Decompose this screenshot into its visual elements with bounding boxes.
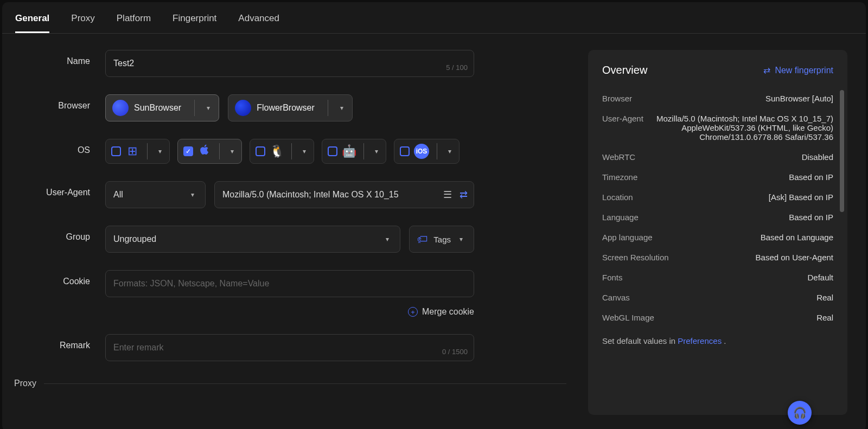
overview-value: Real	[816, 293, 833, 302]
tab-advanced[interactable]: Advanced	[238, 4, 279, 33]
overview-value: Based on User-Agent	[756, 253, 833, 262]
chevron-down-icon[interactable]: ▾	[203, 104, 213, 112]
preferences-link[interactable]: Preferences	[678, 336, 722, 345]
tab-platform[interactable]: Platform	[117, 4, 151, 33]
group-value: Ungrouped	[113, 234, 156, 244]
chevron-down-icon: ▾	[188, 191, 197, 199]
proxy-section-label: Proxy	[14, 379, 36, 388]
overview-row: WebRTCDisabled	[602, 147, 833, 167]
overview-value: Based on IP	[789, 172, 833, 182]
overview-key: WebRTC	[602, 152, 635, 162]
overview-row: CanvasReal	[602, 287, 833, 308]
overview-row: App languageBased on Language	[602, 227, 833, 247]
overview-value: Disabled	[802, 152, 833, 162]
overview-key: Fonts	[602, 273, 623, 282]
chevron-down-icon: ▾	[456, 235, 466, 243]
checkbox[interactable]	[328, 146, 337, 156]
name-char-counter: 5 / 100	[446, 63, 468, 72]
overview-row: Location[Ask] Based on IP	[602, 187, 833, 207]
overview-title: Overview	[602, 64, 647, 76]
overview-key: Language	[602, 213, 639, 222]
merge-cookie-label: Merge cookie	[422, 307, 474, 317]
tab-general[interactable]: General	[15, 4, 49, 33]
tags-button[interactable]: 🏷 Tags ▾	[409, 226, 474, 253]
overview-key: Timezone	[602, 172, 637, 182]
label-os: OS	[2, 139, 105, 155]
chevron-down-icon: ▾	[382, 235, 392, 243]
browser-option-sunbrowser[interactable]: SunBrowser▾	[105, 94, 219, 121]
os-option-macos[interactable]: ✓▾	[177, 139, 242, 164]
overview-key: User-Agent	[602, 114, 643, 142]
scrollbar-thumb[interactable]	[840, 90, 844, 212]
label-browser: Browser	[2, 94, 105, 111]
os-option-android[interactable]: 🤖▾	[322, 139, 386, 164]
os-option-linux[interactable]: 🐧▾	[250, 139, 314, 164]
linux-icon: 🐧	[270, 144, 284, 158]
label-user-agent: User-Agent	[2, 181, 105, 197]
group-select[interactable]: Ungrouped ▾	[105, 226, 400, 253]
overview-row: LanguageBased on IP	[602, 207, 833, 227]
shuffle-icon[interactable]: ⇄	[459, 189, 468, 201]
ua-filter-select[interactable]: All ▾	[105, 181, 206, 208]
overview-row: WebGL ImageReal	[602, 308, 833, 328]
tag-icon: 🏷	[417, 233, 428, 246]
chevron-down-icon[interactable]: ▾	[299, 148, 309, 155]
overview-value: Mozilla/5.0 (Macintosh; Intel Mac OS X 1…	[654, 114, 833, 142]
chevron-down-icon[interactable]: ▾	[155, 148, 165, 155]
overview-row: FontsDefault	[602, 267, 833, 287]
plus-circle-icon: +	[408, 307, 418, 317]
checkbox[interactable]	[111, 146, 121, 156]
chat-fab-button[interactable]: 🎧	[788, 401, 812, 425]
merge-cookie-button[interactable]: + Merge cookie	[105, 307, 474, 317]
windows-icon: ⊞	[125, 144, 139, 158]
overview-row: BrowserSunBrowser [Auto]	[602, 88, 833, 108]
overview-value: Based on Language	[761, 233, 833, 242]
form-area: Name 5 / 100 Browser SunBrowser▾FlowerBr…	[2, 34, 588, 429]
remark-input[interactable]	[105, 334, 474, 361]
overview-key: WebGL Image	[602, 313, 654, 322]
android-icon: 🤖	[342, 144, 356, 158]
tab-fingerprint[interactable]: Fingerprint	[173, 4, 216, 33]
checkbox[interactable]	[256, 146, 265, 156]
checkbox[interactable]	[400, 146, 410, 156]
label-remark: Remark	[2, 334, 105, 350]
overview-value: [Ask] Based on IP	[769, 193, 833, 202]
overview-key: Screen Resolution	[602, 253, 669, 262]
headset-icon: 🎧	[793, 406, 807, 419]
ua-input[interactable]	[214, 181, 474, 208]
section-divider	[44, 383, 566, 384]
os-option-ios[interactable]: iOS▾	[394, 139, 459, 164]
label-name: Name	[2, 50, 105, 66]
chevron-down-icon[interactable]: ▾	[372, 148, 381, 155]
chevron-down-icon[interactable]: ▾	[337, 104, 347, 112]
name-input[interactable]	[105, 50, 474, 77]
tab-proxy[interactable]: Proxy	[71, 4, 94, 33]
chevron-down-icon[interactable]: ▾	[227, 148, 237, 155]
overview-row: Screen ResolutionBased on User-Agent	[602, 247, 833, 267]
overview-key: App language	[602, 233, 653, 242]
ios-icon: iOS	[414, 144, 429, 159]
browser-option-label: SunBrowser	[134, 103, 186, 113]
overview-key: Canvas	[602, 293, 630, 302]
list-icon[interactable]: ☰	[443, 189, 452, 201]
os-option-windows[interactable]: ⊞▾	[105, 139, 170, 164]
chevron-down-icon[interactable]: ▾	[445, 148, 455, 155]
label-cookie: Cookie	[2, 270, 105, 286]
new-fingerprint-label: New fingerprint	[775, 66, 833, 75]
new-fingerprint-button[interactable]: ⇄ New fingerprint	[763, 65, 833, 75]
overview-value: SunBrowser [Auto]	[765, 94, 833, 103]
remark-char-counter: 0 / 1500	[442, 348, 468, 356]
browser-option-flowerbrowser[interactable]: FlowerBrowser▾	[228, 94, 353, 121]
browser-logo-icon	[112, 100, 129, 116]
tab-bar: GeneralProxyPlatformFingerprintAdvanced	[2, 2, 866, 34]
overview-value: Real	[816, 313, 833, 322]
overview-row: User-AgentMozilla/5.0 (Macintosh; Intel …	[602, 108, 833, 147]
tags-label: Tags	[433, 235, 451, 244]
overview-value: Based on IP	[789, 213, 833, 222]
ua-filter-value: All	[113, 190, 123, 200]
cookie-input[interactable]	[105, 270, 474, 297]
browser-logo-icon	[235, 100, 251, 116]
overview-key: Browser	[602, 94, 632, 103]
scrollbar[interactable]	[840, 88, 844, 393]
checkbox[interactable]: ✓	[183, 146, 193, 156]
